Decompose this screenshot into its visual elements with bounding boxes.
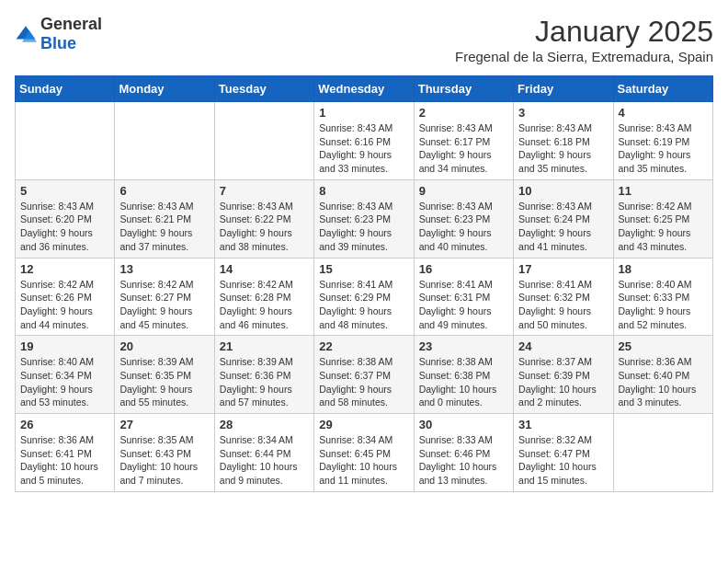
day-number: 21 (220, 339, 309, 353)
day-number: 10 (518, 184, 608, 198)
day-number: 17 (518, 262, 608, 276)
week-row-5: 26Sunrise: 8:36 AM Sunset: 6:41 PM Dayli… (16, 414, 713, 492)
day-info: Sunrise: 8:34 AM Sunset: 6:45 PM Dayligh… (319, 433, 408, 488)
day-info: Sunrise: 8:43 AM Sunset: 6:19 PM Dayligh… (619, 121, 708, 176)
day-number: 18 (619, 262, 708, 276)
day-cell: 15Sunrise: 8:41 AM Sunset: 6:29 PM Dayli… (314, 258, 414, 336)
weekday-header-tuesday: Tuesday (214, 76, 313, 102)
day-cell: 2Sunrise: 8:43 AM Sunset: 6:17 PM Daylig… (414, 102, 513, 180)
location-title: Fregenal de la Sierra, Extremadura, Spai… (455, 49, 713, 64)
day-cell (214, 102, 313, 180)
day-number: 22 (319, 339, 408, 353)
day-number: 26 (20, 418, 109, 431)
day-info: Sunrise: 8:42 AM Sunset: 6:26 PM Dayligh… (20, 278, 109, 332)
logo-general: General (40, 15, 102, 33)
day-info: Sunrise: 8:39 AM Sunset: 6:36 PM Dayligh… (220, 355, 309, 409)
day-cell: 9Sunrise: 8:43 AM Sunset: 6:23 PM Daylig… (414, 179, 513, 258)
day-cell (613, 414, 712, 492)
day-cell: 29Sunrise: 8:34 AM Sunset: 6:45 PM Dayli… (314, 414, 414, 492)
day-info: Sunrise: 8:43 AM Sunset: 6:23 PM Dayligh… (319, 200, 408, 254)
weekday-header-saturday: Saturday (613, 76, 712, 102)
day-info: Sunrise: 8:43 AM Sunset: 6:16 PM Dayligh… (319, 121, 408, 176)
day-cell: 21Sunrise: 8:39 AM Sunset: 6:36 PM Dayli… (214, 336, 313, 414)
day-info: Sunrise: 8:42 AM Sunset: 6:27 PM Dayligh… (119, 278, 209, 332)
day-info: Sunrise: 8:42 AM Sunset: 6:28 PM Dayligh… (220, 278, 309, 332)
day-cell: 1Sunrise: 8:43 AM Sunset: 6:16 PM Daylig… (314, 102, 414, 180)
day-number: 5 (20, 184, 109, 198)
day-number: 4 (619, 106, 708, 120)
day-cell: 3Sunrise: 8:43 AM Sunset: 6:18 PM Daylig… (514, 102, 613, 180)
day-number: 14 (220, 262, 309, 276)
day-info: Sunrise: 8:36 AM Sunset: 6:40 PM Dayligh… (619, 355, 708, 409)
day-cell: 10Sunrise: 8:43 AM Sunset: 6:24 PM Dayli… (514, 179, 613, 258)
day-cell: 7Sunrise: 8:43 AM Sunset: 6:22 PM Daylig… (214, 179, 313, 258)
day-cell: 19Sunrise: 8:40 AM Sunset: 6:34 PM Dayli… (16, 336, 115, 414)
day-number: 19 (20, 339, 109, 353)
day-number: 6 (119, 184, 209, 198)
weekday-header-sunday: Sunday (16, 76, 115, 102)
logo: General Blue (15, 15, 102, 53)
day-info: Sunrise: 8:42 AM Sunset: 6:25 PM Dayligh… (619, 200, 708, 254)
day-info: Sunrise: 8:36 AM Sunset: 6:41 PM Dayligh… (20, 433, 109, 488)
day-cell (16, 102, 115, 180)
day-number: 31 (518, 418, 608, 431)
day-cell: 11Sunrise: 8:42 AM Sunset: 6:25 PM Dayli… (613, 179, 712, 258)
day-cell: 13Sunrise: 8:42 AM Sunset: 6:27 PM Dayli… (115, 258, 214, 336)
logo-blue: Blue (40, 34, 76, 52)
day-info: Sunrise: 8:33 AM Sunset: 6:46 PM Dayligh… (419, 433, 508, 488)
weekday-header-monday: Monday (115, 76, 214, 102)
day-cell: 17Sunrise: 8:41 AM Sunset: 6:32 PM Dayli… (514, 258, 613, 336)
day-info: Sunrise: 8:41 AM Sunset: 6:29 PM Dayligh… (319, 278, 408, 332)
day-number: 29 (319, 418, 408, 431)
day-number: 20 (119, 339, 209, 353)
logo-icon (15, 23, 37, 45)
weekday-header-wednesday: Wednesday (314, 76, 414, 102)
day-info: Sunrise: 8:38 AM Sunset: 6:37 PM Dayligh… (319, 355, 408, 409)
day-number: 23 (419, 339, 508, 353)
header: General Blue January 2025 Fregenal de la… (15, 15, 713, 64)
day-cell: 6Sunrise: 8:43 AM Sunset: 6:21 PM Daylig… (115, 179, 214, 258)
day-cell: 22Sunrise: 8:38 AM Sunset: 6:37 PM Dayli… (314, 336, 414, 414)
day-info: Sunrise: 8:41 AM Sunset: 6:32 PM Dayligh… (518, 278, 608, 332)
day-info: Sunrise: 8:43 AM Sunset: 6:21 PM Dayligh… (119, 200, 209, 254)
day-number: 13 (119, 262, 209, 276)
day-cell: 20Sunrise: 8:39 AM Sunset: 6:35 PM Dayli… (115, 336, 214, 414)
day-info: Sunrise: 8:43 AM Sunset: 6:17 PM Dayligh… (419, 121, 508, 176)
day-number: 28 (220, 418, 309, 431)
day-number: 2 (419, 106, 508, 120)
week-row-4: 19Sunrise: 8:40 AM Sunset: 6:34 PM Dayli… (16, 336, 713, 414)
day-number: 1 (319, 106, 408, 120)
day-info: Sunrise: 8:39 AM Sunset: 6:35 PM Dayligh… (119, 355, 209, 409)
day-number: 8 (319, 184, 408, 198)
day-cell: 30Sunrise: 8:33 AM Sunset: 6:46 PM Dayli… (414, 414, 513, 492)
day-number: 7 (220, 184, 309, 198)
title-area: January 2025 Fregenal de la Sierra, Extr… (455, 15, 713, 64)
day-number: 30 (419, 418, 508, 431)
day-cell: 28Sunrise: 8:34 AM Sunset: 6:44 PM Dayli… (214, 414, 313, 492)
day-cell: 27Sunrise: 8:35 AM Sunset: 6:43 PM Dayli… (115, 414, 214, 492)
day-info: Sunrise: 8:43 AM Sunset: 6:20 PM Dayligh… (20, 200, 109, 254)
day-cell: 23Sunrise: 8:38 AM Sunset: 6:38 PM Dayli… (414, 336, 513, 414)
day-number: 9 (419, 184, 508, 198)
day-number: 15 (319, 262, 408, 276)
day-cell: 16Sunrise: 8:41 AM Sunset: 6:31 PM Dayli… (414, 258, 513, 336)
day-number: 3 (518, 106, 608, 120)
week-row-1: 1Sunrise: 8:43 AM Sunset: 6:16 PM Daylig… (16, 102, 713, 180)
day-cell: 8Sunrise: 8:43 AM Sunset: 6:23 PM Daylig… (314, 179, 414, 258)
day-cell: 25Sunrise: 8:36 AM Sunset: 6:40 PM Dayli… (613, 336, 712, 414)
day-cell: 26Sunrise: 8:36 AM Sunset: 6:41 PM Dayli… (16, 414, 115, 492)
day-info: Sunrise: 8:32 AM Sunset: 6:47 PM Dayligh… (518, 433, 608, 488)
weekday-header-thursday: Thursday (414, 76, 513, 102)
month-title: January 2025 (455, 15, 713, 49)
week-row-2: 5Sunrise: 8:43 AM Sunset: 6:20 PM Daylig… (16, 179, 713, 258)
day-cell: 4Sunrise: 8:43 AM Sunset: 6:19 PM Daylig… (613, 102, 712, 180)
day-cell: 12Sunrise: 8:42 AM Sunset: 6:26 PM Dayli… (16, 258, 115, 336)
day-cell: 14Sunrise: 8:42 AM Sunset: 6:28 PM Dayli… (214, 258, 313, 336)
day-cell: 24Sunrise: 8:37 AM Sunset: 6:39 PM Dayli… (514, 336, 613, 414)
day-info: Sunrise: 8:34 AM Sunset: 6:44 PM Dayligh… (220, 433, 309, 488)
day-number: 25 (619, 339, 708, 353)
day-info: Sunrise: 8:43 AM Sunset: 6:23 PM Dayligh… (419, 200, 508, 254)
day-number: 12 (20, 262, 109, 276)
day-info: Sunrise: 8:43 AM Sunset: 6:24 PM Dayligh… (518, 200, 608, 254)
day-number: 27 (119, 418, 209, 431)
